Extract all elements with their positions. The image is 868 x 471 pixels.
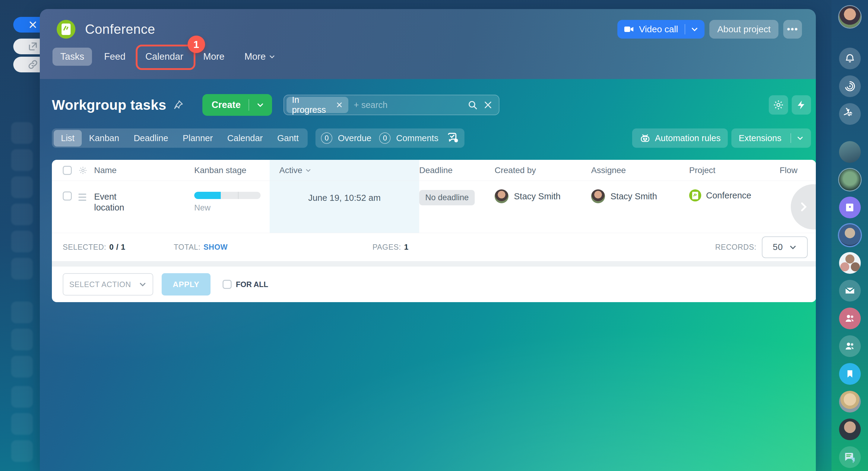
view-tab-planner[interactable]: Planner (176, 130, 220, 147)
messenger-button[interactable] (839, 446, 861, 468)
columns-settings-gear-icon[interactable] (79, 166, 88, 175)
apply-button[interactable]: APPLY (162, 273, 211, 295)
selected-label: Selected: (63, 243, 106, 251)
search-input[interactable] (354, 100, 467, 110)
chevron-down-icon[interactable] (797, 134, 804, 142)
workspace-avatar[interactable] (839, 224, 861, 246)
selected-value: 0 / 1 (109, 243, 125, 251)
remove-filter-icon[interactable]: ✕ (336, 100, 343, 110)
records-per-page-select[interactable]: 50 (762, 237, 808, 258)
stage-progress-bar (194, 192, 260, 199)
view-switcher: List Kanban Deadline Planner Calendar Ga… (52, 128, 308, 148)
extensions-button[interactable]: Extensions (732, 128, 811, 148)
chevron-down-icon[interactable] (256, 101, 264, 109)
column-header-stage[interactable]: Kanban stage (194, 165, 270, 175)
deadline-cell[interactable]: No deadline (419, 181, 495, 205)
mail-button[interactable] (839, 280, 861, 302)
current-user-avatar[interactable] (839, 6, 861, 28)
show-total-link[interactable]: SHOW (204, 243, 228, 251)
robot-icon (640, 132, 651, 144)
pin-icon[interactable] (173, 99, 184, 111)
tasks-table-card: Name Kanban stage Active Deadline Create… (52, 160, 816, 302)
column-header-name[interactable]: Name (94, 165, 194, 175)
comments-count: 0 (379, 132, 391, 144)
video-call-button[interactable]: Video call (617, 20, 705, 39)
tab-tasks[interactable]: Tasks (53, 48, 92, 66)
members-button[interactable] (839, 335, 861, 357)
project-tabs: Tasks Feed Calendar 1 More More More Mor… (53, 48, 802, 66)
sidebar-item-placeholder (11, 149, 33, 171)
table-header-row: Name Kanban stage Active Deadline Create… (52, 160, 816, 181)
sidebar-item-placeholder (11, 231, 33, 252)
overdue-label[interactable]: Overdue (338, 133, 371, 143)
tab-drive[interactable]: More (195, 48, 232, 66)
column-header-active[interactable]: Active (270, 160, 419, 181)
column-header-project[interactable]: Project (689, 165, 780, 175)
for-all-toggle[interactable]: FOR ALL (223, 280, 268, 289)
view-tab-calendar[interactable]: Calendar (220, 130, 270, 147)
about-project-label: About project (717, 24, 771, 34)
chevron-right-icon (798, 201, 809, 213)
project-icon (689, 189, 701, 201)
automation-rules-button[interactable]: Automation rules (632, 128, 728, 148)
column-header-deadline[interactable]: Deadline (419, 165, 495, 175)
workspace-avatar[interactable] (839, 141, 861, 163)
notifications-button[interactable] (839, 48, 861, 69)
tab-feed[interactable]: Feed (96, 48, 133, 66)
video-call-label: Video call (639, 24, 678, 34)
team-avatar-group[interactable] (839, 252, 861, 274)
drag-handle-icon[interactable] (79, 191, 86, 201)
chevron-down-icon[interactable] (691, 25, 699, 33)
column-header-assignee[interactable]: Assignee (591, 165, 689, 175)
people-icon (844, 313, 856, 324)
project-menu-button[interactable]: ••• (783, 20, 802, 39)
contacts-book-icon (845, 202, 855, 213)
bookmarks-button[interactable] (839, 363, 861, 385)
select-action-dropdown[interactable]: SELECT ACTION (63, 273, 153, 295)
project-cell[interactable]: Conference (689, 181, 780, 201)
about-project-button[interactable]: About project (709, 20, 778, 39)
create-task-button[interactable]: Create (203, 94, 272, 116)
created-by-cell[interactable]: Stacy Smith (495, 181, 591, 203)
view-settings-button[interactable] (769, 95, 788, 115)
comments-label[interactable]: Comments (396, 133, 438, 143)
for-all-checkbox[interactable] (223, 280, 231, 289)
column-header-created-by[interactable]: Created by (495, 165, 591, 175)
view-tab-list[interactable]: List (54, 130, 82, 147)
quick-actions-button[interactable] (792, 95, 811, 115)
tab-more[interactable]: More More More More More More More (237, 48, 283, 66)
shared-chats-button[interactable] (839, 103, 861, 125)
chat-messages-icon (843, 451, 856, 464)
stage-label: New (194, 203, 270, 213)
assistant-button[interactable] (839, 75, 861, 97)
tab-calendar[interactable]: Calendar 1 (137, 48, 191, 66)
creator-avatar (495, 189, 508, 203)
task-name[interactable]: Event location (94, 191, 142, 213)
view-tab-kanban[interactable]: Kanban (82, 130, 126, 147)
records-label: Records: (715, 243, 756, 251)
view-tab-gantt[interactable]: Gantt (270, 130, 306, 147)
search-icon[interactable] (467, 100, 478, 110)
pages-label: Pages: (372, 243, 401, 251)
table-row[interactable]: Event location New June 19, 10:52 am No … (52, 181, 816, 233)
sort-chevron-icon (305, 167, 311, 174)
task-search-bar[interactable]: In progress ✕ (283, 95, 499, 115)
chevron-down-icon (789, 243, 797, 251)
external-link-icon (28, 41, 38, 52)
workspace-avatar[interactable] (839, 169, 861, 191)
assignee-cell[interactable]: Stacy Smith (591, 181, 689, 203)
select-all-checkbox[interactable] (63, 166, 72, 175)
members-button-highlighted[interactable] (839, 308, 861, 329)
kanban-stage-cell[interactable]: New (194, 181, 270, 213)
clear-search-icon[interactable] (483, 100, 493, 110)
scroll-right-button[interactable] (791, 184, 816, 229)
user-avatar[interactable] (839, 391, 861, 412)
comments-check-icon[interactable] (446, 132, 459, 145)
contacts-button[interactable] (839, 197, 861, 218)
user-avatar[interactable] (839, 418, 861, 440)
view-tab-deadline[interactable]: Deadline (126, 130, 175, 147)
active-date-cell[interactable]: June 19, 10:52 am (270, 181, 419, 233)
row-checkbox[interactable] (63, 191, 72, 200)
filter-chip-in-progress[interactable]: In progress ✕ (286, 97, 348, 113)
column-header-flow[interactable]: Flow (780, 165, 816, 175)
